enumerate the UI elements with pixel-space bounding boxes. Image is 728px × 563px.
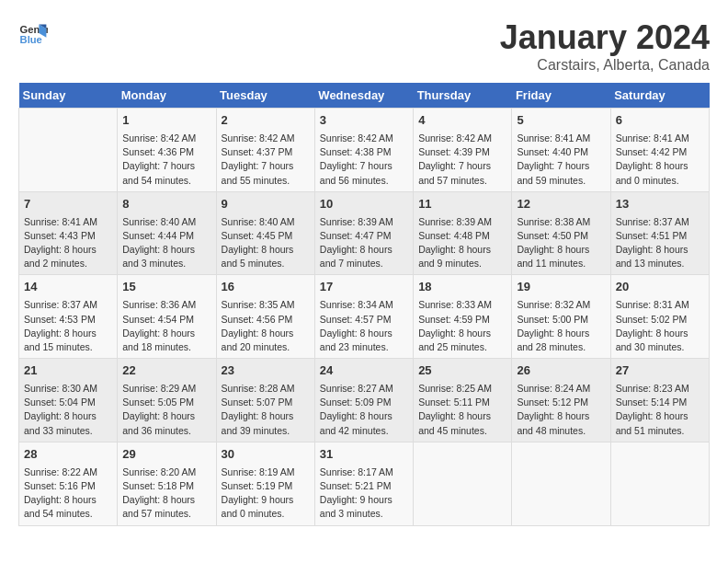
day-info: Sunrise: 8:35 AM Sunset: 4:56 PM Dayligh… [222,298,310,354]
calendar-table: Sunday Monday Tuesday Wednesday Thursday… [18,83,710,526]
day-number: 7 [24,196,112,213]
title-area: January 2024 Carstairs, Alberta, Canada [500,18,710,74]
day-number: 16 [222,279,310,296]
day-info: Sunrise: 8:39 AM Sunset: 4:48 PM Dayligh… [418,215,506,271]
day-info: Sunrise: 8:20 AM Sunset: 5:18 PM Dayligh… [122,465,210,522]
calendar-cell: 17Sunrise: 8:34 AM Sunset: 4:57 PM Dayli… [314,275,413,359]
col-monday: Monday [118,83,216,109]
calendar-cell: 26Sunrise: 8:24 AM Sunset: 5:12 PM Dayli… [512,359,610,442]
calendar-cell: 14Sunrise: 8:37 AM Sunset: 4:53 PM Dayli… [19,275,118,359]
calendar-cell: 23Sunrise: 8:28 AM Sunset: 5:07 PM Dayli… [216,359,314,442]
logo: General Blue [18,18,48,48]
day-number: 14 [24,279,112,296]
day-info: Sunrise: 8:41 AM Sunset: 4:43 PM Dayligh… [24,215,112,271]
day-info: Sunrise: 8:36 AM Sunset: 4:54 PM Dayligh… [122,298,210,354]
day-info: Sunrise: 8:24 AM Sunset: 5:12 PM Dayligh… [517,382,605,438]
day-info: Sunrise: 8:42 AM Sunset: 4:37 PM Dayligh… [222,132,310,188]
calendar-cell: 16Sunrise: 8:35 AM Sunset: 4:56 PM Dayli… [216,275,314,359]
day-info: Sunrise: 8:17 AM Sunset: 5:21 PM Dayligh… [320,465,408,522]
col-tuesday: Tuesday [216,83,314,109]
day-info: Sunrise: 8:41 AM Sunset: 4:42 PM Dayligh… [616,132,704,188]
calendar-cell: 5Sunrise: 8:41 AM Sunset: 4:40 PM Daylig… [512,109,610,192]
page-header: General Blue January 2024 Carstairs, Alb… [18,18,710,74]
calendar-subtitle: Carstairs, Alberta, Canada [500,57,710,74]
svg-text:Blue: Blue [20,34,42,45]
calendar-cell: 9Sunrise: 8:40 AM Sunset: 4:45 PM Daylig… [216,191,314,275]
calendar-row-0: 1Sunrise: 8:42 AM Sunset: 4:36 PM Daylig… [19,109,710,192]
calendar-cell: 4Sunrise: 8:42 AM Sunset: 4:39 PM Daylig… [414,109,512,192]
day-info: Sunrise: 8:28 AM Sunset: 5:07 PM Dayligh… [222,382,310,438]
day-number: 19 [517,279,605,296]
day-info: Sunrise: 8:27 AM Sunset: 5:09 PM Dayligh… [320,382,408,438]
col-sunday: Sunday [19,83,118,109]
day-info: Sunrise: 8:34 AM Sunset: 4:57 PM Dayligh… [320,298,408,354]
calendar-cell: 2Sunrise: 8:42 AM Sunset: 4:37 PM Daylig… [216,109,314,192]
day-number: 1 [122,112,210,130]
day-info: Sunrise: 8:25 AM Sunset: 5:11 PM Dayligh… [418,382,506,438]
day-number: 10 [320,196,408,213]
day-number: 12 [517,196,605,213]
day-number: 13 [616,196,704,213]
calendar-cell: 27Sunrise: 8:23 AM Sunset: 5:14 PM Dayli… [610,359,709,442]
col-thursday: Thursday [414,83,512,109]
calendar-cell: 10Sunrise: 8:39 AM Sunset: 4:47 PM Dayli… [314,191,413,275]
calendar-cell: 31Sunrise: 8:17 AM Sunset: 5:21 PM Dayli… [314,442,413,525]
col-saturday: Saturday [610,83,709,109]
day-info: Sunrise: 8:37 AM Sunset: 4:51 PM Dayligh… [616,215,704,271]
day-number: 6 [616,112,704,130]
calendar-title: January 2024 [500,18,710,57]
header-row: Sunday Monday Tuesday Wednesday Thursday… [19,83,710,109]
day-info: Sunrise: 8:40 AM Sunset: 4:45 PM Dayligh… [222,215,310,271]
day-info: Sunrise: 8:42 AM Sunset: 4:39 PM Dayligh… [418,132,506,188]
calendar-cell: 28Sunrise: 8:22 AM Sunset: 5:16 PM Dayli… [19,442,118,525]
calendar-cell: 20Sunrise: 8:31 AM Sunset: 5:02 PM Dayli… [610,275,709,359]
calendar-cell: 18Sunrise: 8:33 AM Sunset: 4:59 PM Dayli… [414,275,512,359]
day-number: 30 [222,446,310,464]
calendar-cell: 22Sunrise: 8:29 AM Sunset: 5:05 PM Dayli… [118,359,216,442]
calendar-row-1: 7Sunrise: 8:41 AM Sunset: 4:43 PM Daylig… [19,191,710,275]
calendar-cell: 6Sunrise: 8:41 AM Sunset: 4:42 PM Daylig… [610,109,709,192]
day-number: 21 [24,362,112,380]
day-number: 23 [222,362,310,380]
day-info: Sunrise: 8:37 AM Sunset: 4:53 PM Dayligh… [24,298,112,354]
day-number: 3 [320,112,408,130]
day-info: Sunrise: 8:29 AM Sunset: 5:05 PM Dayligh… [122,382,210,438]
calendar-cell: 3Sunrise: 8:42 AM Sunset: 4:38 PM Daylig… [314,109,413,192]
calendar-cell: 24Sunrise: 8:27 AM Sunset: 5:09 PM Dayli… [314,359,413,442]
day-number: 20 [616,279,704,296]
calendar-cell: 25Sunrise: 8:25 AM Sunset: 5:11 PM Dayli… [414,359,512,442]
day-number: 9 [222,196,310,213]
day-info: Sunrise: 8:39 AM Sunset: 4:47 PM Dayligh… [320,215,408,271]
calendar-cell [610,442,709,525]
calendar-row-4: 28Sunrise: 8:22 AM Sunset: 5:16 PM Dayli… [19,442,710,525]
col-friday: Friday [512,83,610,109]
day-info: Sunrise: 8:40 AM Sunset: 4:44 PM Dayligh… [122,215,210,271]
day-number: 18 [418,279,506,296]
day-info: Sunrise: 8:42 AM Sunset: 4:36 PM Dayligh… [122,132,210,188]
calendar-row-2: 14Sunrise: 8:37 AM Sunset: 4:53 PM Dayli… [19,275,710,359]
calendar-cell: 21Sunrise: 8:30 AM Sunset: 5:04 PM Dayli… [19,359,118,442]
calendar-cell [19,109,118,192]
day-number: 15 [122,279,210,296]
calendar-cell: 30Sunrise: 8:19 AM Sunset: 5:19 PM Dayli… [216,442,314,525]
day-info: Sunrise: 8:38 AM Sunset: 4:50 PM Dayligh… [517,215,605,271]
day-info: Sunrise: 8:41 AM Sunset: 4:40 PM Dayligh… [517,132,605,188]
day-number: 4 [418,112,506,130]
calendar-cell: 11Sunrise: 8:39 AM Sunset: 4:48 PM Dayli… [414,191,512,275]
day-number: 26 [517,362,605,380]
day-number: 27 [616,362,704,380]
day-number: 31 [320,446,408,464]
day-number: 25 [418,362,506,380]
day-number: 28 [24,446,112,464]
calendar-cell: 12Sunrise: 8:38 AM Sunset: 4:50 PM Dayli… [512,191,610,275]
calendar-row-3: 21Sunrise: 8:30 AM Sunset: 5:04 PM Dayli… [19,359,710,442]
day-number: 24 [320,362,408,380]
day-info: Sunrise: 8:22 AM Sunset: 5:16 PM Dayligh… [24,465,112,522]
day-number: 22 [122,362,210,380]
calendar-cell: 8Sunrise: 8:40 AM Sunset: 4:44 PM Daylig… [118,191,216,275]
day-info: Sunrise: 8:19 AM Sunset: 5:19 PM Dayligh… [222,465,310,522]
calendar-cell: 7Sunrise: 8:41 AM Sunset: 4:43 PM Daylig… [19,191,118,275]
day-number: 2 [222,112,310,130]
day-info: Sunrise: 8:32 AM Sunset: 5:00 PM Dayligh… [517,298,605,354]
day-number: 8 [122,196,210,213]
